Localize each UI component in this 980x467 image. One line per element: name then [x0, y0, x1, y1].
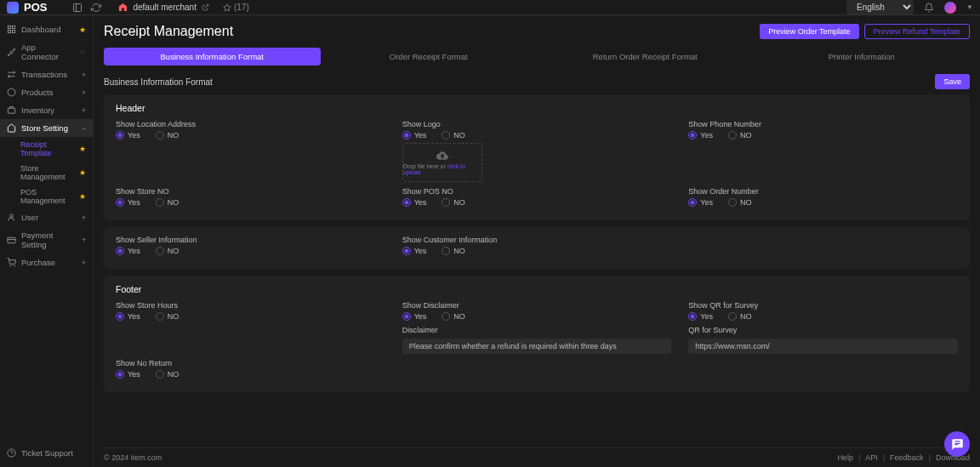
show-logo-label: Show Logo — [402, 120, 672, 128]
tab-order-receipt[interactable]: Order Receipt Format — [321, 48, 538, 65]
copyright: © 2024 item.com — [104, 453, 162, 462]
svg-rect-0 — [74, 3, 82, 11]
expand-icon: + — [82, 259, 86, 267]
show-disclaimer-no[interactable]: NO — [442, 312, 465, 321]
show-qr-no[interactable]: NO — [728, 312, 752, 321]
logo-icon — [7, 2, 19, 14]
show-location-no[interactable]: NO — [156, 131, 179, 140]
preview-refund-button[interactable]: Preview Refund Template — [864, 24, 970, 39]
show-order-no-yes[interactable]: Yes — [688, 198, 713, 207]
sidebar-item-transactions[interactable]: Transactions + — [0, 65, 93, 83]
chat-fab[interactable] — [944, 431, 970, 457]
sidebar-item-purchase[interactable]: Purchase + — [0, 253, 93, 271]
svg-rect-14 — [8, 237, 15, 242]
show-store-hours-no[interactable]: NO — [156, 312, 179, 321]
footer-link-api[interactable]: API — [865, 453, 878, 462]
show-logo-no[interactable]: NO — [442, 131, 465, 140]
show-seller-no[interactable]: NO — [156, 247, 179, 255]
section-title: Business Information Format — [104, 77, 213, 87]
tab-return-order[interactable]: Return Order Receipt Format — [537, 48, 754, 65]
products-icon — [7, 88, 16, 97]
show-no-return-no[interactable]: NO — [156, 370, 179, 379]
show-no-return-label: Show No Return — [116, 359, 385, 367]
show-store-no-yes[interactable]: Yes — [116, 198, 140, 207]
sidebar-item-store-setting[interactable]: Store Setting − — [0, 119, 93, 137]
star-icon[interactable]: ★ — [79, 26, 86, 34]
svg-rect-4 — [12, 26, 14, 28]
show-store-no-no[interactable]: NO — [156, 198, 179, 207]
logo-upload[interactable]: Drop file here or click to upload — [402, 143, 482, 182]
connector-icon — [7, 48, 16, 57]
star-icon[interactable]: ★ — [79, 168, 86, 177]
cloud-upload-icon — [434, 150, 451, 162]
show-location-yes[interactable]: Yes — [116, 131, 140, 140]
sidebar-item-ticket-support[interactable]: Ticket Support — [0, 444, 93, 462]
show-pos-no-label: Show POS NO — [402, 187, 672, 196]
tab-printer-info[interactable]: Printer Information — [754, 48, 971, 65]
expand-icon: + — [82, 88, 86, 97]
save-button[interactable]: Save — [935, 74, 970, 89]
show-disclaimer-label: Show Disclaimer — [402, 301, 672, 310]
avatar[interactable] — [944, 2, 956, 14]
refresh-icon[interactable] — [91, 3, 101, 13]
show-phone-no[interactable]: NO — [728, 131, 752, 140]
expand-icon: + — [82, 106, 86, 115]
purchase-icon — [7, 258, 16, 267]
sidebar-item-store-management[interactable]: Store Management ★ — [0, 161, 93, 185]
store-icon — [7, 123, 16, 133]
home-icon[interactable] — [118, 3, 128, 12]
star-icon[interactable]: ★ — [79, 192, 86, 201]
top-header: POS default merchant (17) English ▼ — [0, 0, 980, 15]
svg-point-13 — [10, 214, 14, 218]
merchant-name[interactable]: default merchant — [133, 3, 197, 12]
user-menu-chevron[interactable]: ▼ — [966, 3, 973, 11]
logo-area: POS — [7, 1, 47, 14]
star-icon[interactable]: ★ — [79, 145, 86, 153]
show-disclaimer-yes[interactable]: Yes — [402, 312, 427, 321]
show-store-hours-yes[interactable]: Yes — [116, 312, 140, 321]
show-customer-yes[interactable]: Yes — [402, 247, 427, 255]
tab-business-info[interactable]: Business Information Format — [104, 48, 321, 65]
show-seller-yes[interactable]: Yes — [116, 247, 140, 255]
show-phone-yes[interactable]: Yes — [688, 131, 713, 140]
payment-icon — [7, 236, 16, 245]
info-card: Show Seller Information Yes NO Show Cust… — [104, 227, 970, 269]
show-order-no-label: Show Order Number — [688, 187, 958, 196]
star-icon[interactable]: ☆ — [79, 48, 86, 56]
footer-link-feedback[interactable]: Feedback — [890, 453, 924, 462]
show-qr-yes[interactable]: Yes — [688, 312, 713, 321]
transactions-icon — [7, 70, 16, 79]
language-select[interactable]: English — [846, 0, 914, 14]
footer-link-help[interactable]: Help — [837, 453, 853, 462]
format-tabs: Business Information Format Order Receip… — [104, 48, 970, 65]
show-customer-no[interactable]: NO — [442, 247, 465, 255]
sidebar-item-app-connector[interactable]: App Connector ☆ — [0, 38, 93, 65]
expand-icon: + — [82, 71, 86, 79]
disclaimer-input[interactable] — [402, 339, 672, 354]
show-pos-no-no[interactable]: NO — [442, 198, 465, 207]
show-pos-no-yes[interactable]: Yes — [402, 198, 427, 207]
svg-rect-5 — [8, 30, 10, 32]
sidebar-item-payment-setting[interactable]: Payment Setting + — [0, 226, 93, 253]
bell-icon[interactable] — [924, 3, 934, 13]
show-no-return-yes[interactable]: Yes — [116, 370, 140, 379]
sidebar-toggle-icon[interactable] — [72, 3, 83, 13]
sidebar-item-dashboard[interactable]: Dashboard ★ — [0, 20, 93, 38]
page-title: Receipt Management — [104, 24, 233, 39]
sidebar-item-products[interactable]: Products + — [0, 83, 93, 101]
external-link-icon[interactable] — [202, 3, 209, 11]
sidebar-item-pos-management[interactable]: POS Management ★ — [0, 185, 93, 208]
sidebar-item-inventory[interactable]: Inventory + — [0, 101, 93, 119]
preview-order-button[interactable]: Preview Order Template — [760, 24, 858, 39]
show-store-hours-label: Show Store Hours — [116, 301, 385, 310]
inventory-icon — [7, 105, 16, 115]
svg-point-9 — [8, 54, 9, 55]
qr-input[interactable] — [688, 339, 958, 354]
show-logo-yes[interactable]: Yes — [402, 131, 427, 140]
sidebar-item-user[interactable]: User + — [0, 208, 93, 226]
favorites-count[interactable]: (17) — [223, 3, 249, 12]
show-order-no-no[interactable]: NO — [728, 198, 752, 207]
show-customer-label: Show Customer Information — [402, 236, 672, 244]
sidebar-item-receipt-template[interactable]: Receipt Template ★ — [0, 137, 93, 161]
svg-rect-6 — [12, 30, 14, 32]
